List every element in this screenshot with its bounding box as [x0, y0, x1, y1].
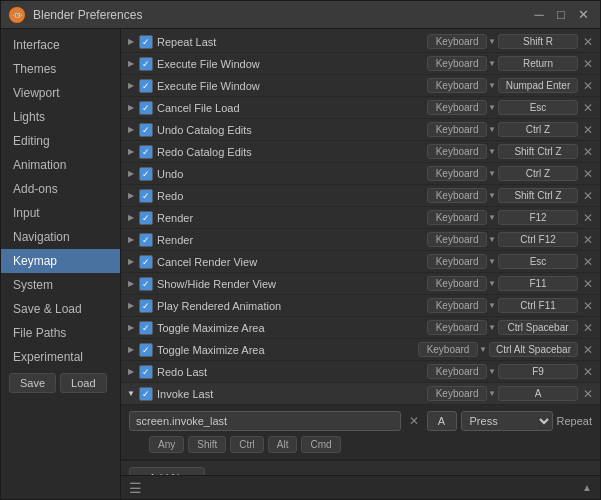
- key-type-label[interactable]: Keyboard: [427, 188, 487, 203]
- modifier-cmd-button[interactable]: Cmd: [301, 436, 340, 453]
- sidebar-item-animation[interactable]: Animation: [1, 153, 120, 177]
- sidebar-item-save-load[interactable]: Save & Load: [1, 297, 120, 321]
- remove-button[interactable]: ✕: [580, 144, 596, 160]
- remove-button[interactable]: ✕: [580, 342, 596, 358]
- key-type-label[interactable]: Keyboard: [427, 144, 487, 159]
- remove-button[interactable]: ✕: [580, 210, 596, 226]
- expand-arrow[interactable]: ▶: [125, 256, 137, 268]
- keymap-checkbox[interactable]: [139, 233, 153, 247]
- press-type-select[interactable]: Press Release Click Double Click Click D…: [461, 411, 553, 431]
- keymap-row-render-ctrlf12[interactable]: ▶ Render Keyboard ▼ Ctrl F12 ✕: [121, 229, 600, 251]
- expand-arrow[interactable]: ▶: [125, 58, 137, 70]
- keymap-row-render-f12[interactable]: ▶ Render Keyboard ▼ F12 ✕: [121, 207, 600, 229]
- key-type-dropdown-arrow[interactable]: ▼: [488, 37, 496, 46]
- key-type-dropdown-arrow[interactable]: ▼: [488, 367, 496, 376]
- keymap-row-repeat-last[interactable]: ▶ Repeat Last Keyboard ▼ Shift R ✕: [121, 31, 600, 53]
- key-binding[interactable]: Ctrl Z: [498, 122, 578, 137]
- expand-arrow[interactable]: ▶: [125, 278, 137, 290]
- key-binding[interactable]: Ctrl F12: [498, 232, 578, 247]
- close-button[interactable]: ✕: [574, 6, 592, 24]
- keymap-row-redo-catalog[interactable]: ▶ Redo Catalog Edits Keyboard ▼ Shift Ct…: [121, 141, 600, 163]
- key-type-dropdown-arrow[interactable]: ▼: [488, 279, 496, 288]
- key-type-label[interactable]: Keyboard: [427, 78, 487, 93]
- key-type-label[interactable]: Keyboard: [427, 254, 487, 269]
- key-binding[interactable]: F12: [498, 210, 578, 225]
- keymap-row-redo-last[interactable]: ▶ Redo Last Keyboard ▼ F9 ✕: [121, 361, 600, 383]
- key-type-dropdown-arrow[interactable]: ▼: [488, 389, 496, 398]
- key-type-dropdown-arrow[interactable]: ▼: [488, 213, 496, 222]
- key-type-dropdown-arrow[interactable]: ▼: [488, 323, 496, 332]
- sidebar-item-system[interactable]: System: [1, 273, 120, 297]
- keymap-checkbox[interactable]: [139, 343, 153, 357]
- keymap-row-invoke-last[interactable]: ▼ Invoke Last Keyboard ▼ A ✕: [121, 383, 600, 405]
- key-binding[interactable]: Numpad Enter: [498, 78, 578, 93]
- sidebar-item-keymap[interactable]: Keymap: [1, 249, 120, 273]
- key-type-label[interactable]: Keyboard: [427, 232, 487, 247]
- key-type-label[interactable]: Keyboard: [427, 386, 487, 401]
- key-type-dropdown-arrow[interactable]: ▼: [488, 301, 496, 310]
- remove-button[interactable]: ✕: [580, 386, 596, 402]
- keymap-checkbox[interactable]: [139, 123, 153, 137]
- key-binding[interactable]: A: [498, 386, 578, 401]
- keymap-checkbox[interactable]: [139, 35, 153, 49]
- keymap-checkbox[interactable]: [139, 79, 153, 93]
- key-type-label[interactable]: Keyboard: [427, 166, 487, 181]
- remove-button[interactable]: ✕: [580, 254, 596, 270]
- keymap-checkbox[interactable]: [139, 277, 153, 291]
- sidebar-item-addons[interactable]: Add-ons: [1, 177, 120, 201]
- keymap-row-play-rendered[interactable]: ▶ Play Rendered Animation Keyboard ▼ Ctr…: [121, 295, 600, 317]
- sidebar-item-file-paths[interactable]: File Paths: [1, 321, 120, 345]
- expand-arrow-open[interactable]: ▼: [125, 388, 137, 400]
- remove-button[interactable]: ✕: [580, 298, 596, 314]
- keymap-checkbox[interactable]: [139, 321, 153, 335]
- key-type-dropdown-arrow[interactable]: ▼: [488, 169, 496, 178]
- key-type-label[interactable]: Keyboard: [427, 298, 487, 313]
- keymap-row-execute-file-2[interactable]: ▶ Execute File Window Keyboard ▼ Numpad …: [121, 75, 600, 97]
- remove-button[interactable]: ✕: [580, 122, 596, 138]
- modifier-any-button[interactable]: Any: [149, 436, 184, 453]
- expand-arrow[interactable]: ▶: [125, 168, 137, 180]
- keymap-row-execute-file-1[interactable]: ▶ Execute File Window Keyboard ▼ Return …: [121, 53, 600, 75]
- expand-arrow[interactable]: ▶: [125, 190, 137, 202]
- keymap-checkbox[interactable]: [139, 57, 153, 71]
- modifier-alt-button[interactable]: Alt: [268, 436, 298, 453]
- expand-arrow[interactable]: ▶: [125, 344, 137, 356]
- keymap-checkbox[interactable]: [139, 189, 153, 203]
- clear-identifier-button[interactable]: ✕: [405, 414, 423, 428]
- key-type-label[interactable]: Keyboard: [427, 276, 487, 291]
- identifier-input[interactable]: [129, 411, 401, 431]
- modifier-ctrl-button[interactable]: Ctrl: [230, 436, 264, 453]
- remove-button[interactable]: ✕: [580, 232, 596, 248]
- key-type-label[interactable]: Keyboard: [427, 100, 487, 115]
- keymap-checkbox[interactable]: [139, 145, 153, 159]
- sidebar-item-viewport[interactable]: Viewport: [1, 81, 120, 105]
- remove-button[interactable]: ✕: [580, 364, 596, 380]
- keymap-row-undo-catalog[interactable]: ▶ Undo Catalog Edits Keyboard ▼ Ctrl Z ✕: [121, 119, 600, 141]
- remove-button[interactable]: ✕: [580, 34, 596, 50]
- expand-arrow[interactable]: ▶: [125, 146, 137, 158]
- keymap-row-toggle-max-1[interactable]: ▶ Toggle Maximize Area Keyboard ▼ Ctrl S…: [121, 317, 600, 339]
- key-binding[interactable]: Esc: [498, 100, 578, 115]
- key-type-dropdown-arrow[interactable]: ▼: [488, 147, 496, 156]
- keymap-checkbox[interactable]: [139, 299, 153, 313]
- keymap-checkbox[interactable]: [139, 365, 153, 379]
- key-binding[interactable]: Ctrl Spacebar: [498, 320, 578, 335]
- expand-arrow[interactable]: ▶: [125, 102, 137, 114]
- sidebar-item-lights[interactable]: Lights: [1, 105, 120, 129]
- save-button[interactable]: Save: [9, 373, 56, 393]
- keymap-row-showhide-render[interactable]: ▶ Show/Hide Render View Keyboard ▼ F11 ✕: [121, 273, 600, 295]
- sidebar-item-experimental[interactable]: Experimental: [1, 345, 120, 369]
- key-type-dropdown-arrow[interactable]: ▼: [488, 235, 496, 244]
- modifier-shift-button[interactable]: Shift: [188, 436, 226, 453]
- key-binding[interactable]: F9: [498, 364, 578, 379]
- key-binding[interactable]: Ctrl Z: [498, 166, 578, 181]
- expand-arrow[interactable]: ▶: [125, 124, 137, 136]
- add-new-button[interactable]: + Add New: [129, 467, 205, 475]
- minimize-button[interactable]: ─: [530, 6, 548, 24]
- key-type-label[interactable]: Keyboard: [427, 34, 487, 49]
- keymap-checkbox[interactable]: [139, 387, 153, 401]
- key-type-label[interactable]: Keyboard: [427, 56, 487, 71]
- expand-arrow[interactable]: ▶: [125, 366, 137, 378]
- key-binding[interactable]: Esc: [498, 254, 578, 269]
- keymap-checkbox[interactable]: [139, 167, 153, 181]
